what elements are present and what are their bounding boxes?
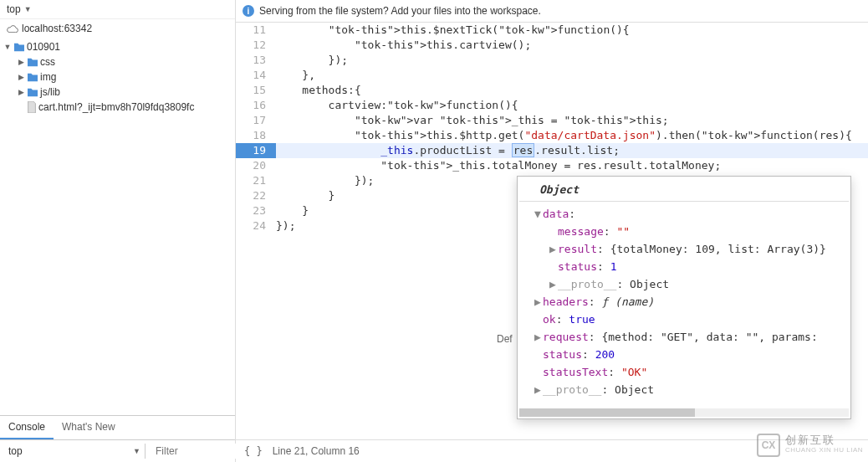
tooltip-row[interactable]: ▶result: {totalMoney: 109, list: Array(3… [524, 240, 844, 258]
tree-folder-root[interactable]: ▼ 010901 [0, 39, 235, 54]
code-text: "tok-kw">var "tok-this">_this = "tok-thi… [276, 113, 669, 128]
console-tabs: Console What's New [0, 416, 235, 440]
tooltip-scrollbar[interactable] [519, 408, 849, 417]
code-line[interactable]: 17 "tok-kw">var "tok-this">_this = "tok-… [236, 113, 868, 128]
folder-icon [27, 57, 38, 67]
tree-label: js/lib [40, 86, 60, 98]
cursor-position: Line 21, Column 16 [273, 445, 360, 457]
left-pane: top ▼ localhost:63342 ▼ 010901 ▶ css ▶ i… [0, 0, 236, 462]
tooltip-row[interactable]: ▶headers: ƒ (name) [524, 293, 844, 311]
line-number: 19 [236, 143, 276, 158]
code-line[interactable]: 18 "tok-this">this.$http.get("data/cartD… [236, 128, 868, 143]
code-text: methods:{ [276, 83, 361, 98]
code-line[interactable]: 14 }, [236, 68, 868, 83]
scrollbar-thumb[interactable] [519, 408, 695, 417]
line-number: 20 [236, 158, 276, 173]
watermark-py: CHUANG XIN HU LIAN [785, 445, 863, 455]
tooltip-row[interactable]: ▶request: {method: "GET", data: "", para… [524, 328, 844, 346]
folder-icon [27, 87, 38, 97]
line-number: 22 [236, 188, 276, 203]
code-line[interactable]: 13 }); [236, 53, 868, 68]
code-line[interactable]: 11 "tok-this">this.$nextTick("tok-kw">fu… [236, 23, 868, 38]
tooltip-row[interactable]: message: "" [524, 223, 844, 240]
host-label: localhost:63342 [22, 23, 92, 34]
code-line[interactable]: 19 _this.productList = res.result.list; [236, 143, 868, 158]
line-number: 13 [236, 53, 276, 68]
code-text: cartview:"tok-kw">function(){ [276, 98, 518, 113]
tooltip-row[interactable]: ▼data: [524, 205, 844, 223]
code-text: } [276, 203, 309, 218]
chevron-down-icon: ▼ [24, 5, 31, 13]
line-number: 17 [236, 113, 276, 128]
code-text: }); [276, 218, 295, 234]
tooltip-row[interactable]: status: 200 [524, 346, 844, 363]
line-number: 12 [236, 38, 276, 53]
tooltip-row[interactable]: ok: true [524, 311, 844, 328]
info-text: Serving from the file system? Add your f… [259, 5, 541, 17]
tooltip-row[interactable]: status: 1 [524, 258, 844, 275]
info-bar[interactable]: i Serving from the file system? Add your… [236, 0, 868, 23]
context-label: top [8, 445, 23, 457]
code-text: _this.productList = res.result.list; [276, 143, 620, 158]
host-row[interactable]: localhost:63342 [0, 19, 235, 38]
watermark: CX 创新互联 CHUANG XIN HU LIAN [757, 434, 863, 457]
line-number: 24 [236, 218, 276, 234]
code-text: "tok-this">_this.totalMoney = res.result… [276, 158, 721, 173]
tooltip-title: Object [519, 182, 849, 202]
object-inspector-tooltip[interactable]: Object ▼data: message: ""▶result: {total… [517, 176, 851, 419]
tree-folder-img[interactable]: ▶ img [0, 69, 235, 85]
tree-folder-jslib[interactable]: ▶ js/lib [0, 85, 235, 100]
tooltip-body: ▼data: message: ""▶result: {totalMoney: … [519, 202, 849, 403]
info-icon: i [243, 5, 254, 17]
line-number: 16 [236, 98, 276, 113]
tooltip-row[interactable]: ▶__proto__: Object [524, 275, 844, 293]
code-line[interactable]: 16 cartview:"tok-kw">function(){ [236, 98, 868, 113]
code-text: }); [276, 173, 374, 188]
file-icon [27, 101, 37, 113]
watermark-cn: 创新互联 [785, 435, 863, 445]
tree-folder-css[interactable]: ▶ css [0, 54, 235, 69]
cloud-icon [7, 24, 18, 33]
tree-label: css [40, 56, 55, 68]
watermark-logo-icon: CX [757, 434, 780, 457]
line-number: 15 [236, 83, 276, 98]
line-number: 11 [236, 23, 276, 38]
default-levels-label[interactable]: Def [497, 333, 513, 345]
caret-right-icon: ▶ [17, 58, 25, 66]
code-line[interactable]: 20 "tok-this">_this.totalMoney = res.res… [236, 158, 868, 173]
braces-icon[interactable]: { } [244, 445, 263, 457]
chevron-down-icon: ▼ [133, 447, 140, 455]
caret-down-icon: ▼ [3, 43, 12, 51]
caret-right-icon: ▶ [17, 73, 25, 81]
line-number: 14 [236, 68, 276, 83]
tree-label: 010901 [27, 41, 60, 53]
code-text: }, [276, 68, 315, 83]
folder-icon [13, 42, 25, 52]
context-select[interactable]: top ▼ [3, 444, 146, 459]
code-text: "tok-this">this.$nextTick("tok-kw">funct… [276, 23, 630, 38]
tab-console[interactable]: Console [0, 416, 54, 439]
tree-label: cart.html?_ijt=bmv8h70l9fdq3809fc [38, 101, 194, 113]
tooltip-row[interactable]: ▶__proto__: Object [524, 381, 844, 398]
code-line[interactable]: 15 methods:{ [236, 83, 868, 98]
frame-select[interactable]: top ▼ [0, 0, 235, 19]
code-text: } [276, 188, 334, 203]
code-text: "tok-this">this.cartview(); [276, 38, 531, 53]
code-text: }); [276, 53, 348, 68]
line-number: 18 [236, 128, 276, 143]
code-text: "tok-this">this.$http.get("data/cartData… [276, 128, 868, 143]
file-tree: ▼ 010901 ▶ css ▶ img ▶ js/lib [0, 38, 235, 116]
caret-right-icon: ▶ [17, 88, 25, 96]
tooltip-row[interactable]: statusText: "OK" [524, 363, 844, 381]
tab-whatsnew[interactable]: What's New [54, 416, 124, 439]
tree-label: img [40, 71, 56, 83]
code-line[interactable]: 12 "tok-this">this.cartview(); [236, 38, 868, 53]
line-number: 23 [236, 203, 276, 218]
tree-file-cart[interactable]: cart.html?_ijt=bmv8h70l9fdq3809fc [0, 100, 235, 115]
frame-select-label: top [7, 3, 21, 15]
line-number: 21 [236, 173, 276, 188]
folder-icon [27, 72, 38, 82]
